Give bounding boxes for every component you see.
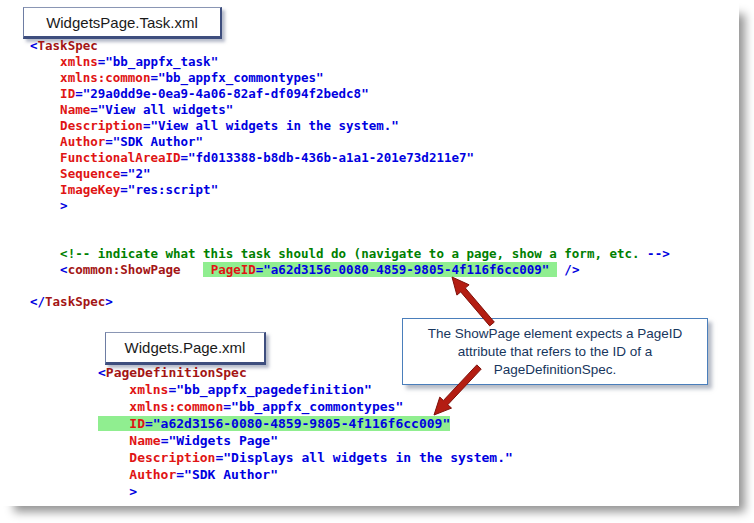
code-token bbox=[98, 433, 129, 448]
code-token: ="res:script" bbox=[120, 182, 218, 197]
code-line: FunctionalAreaID="fd013388-b8db-436b-a1a… bbox=[30, 150, 670, 166]
code-line: Sequence="2" bbox=[30, 166, 670, 182]
code-token bbox=[30, 86, 60, 101]
code-token: ="2" bbox=[120, 166, 150, 181]
code-token bbox=[30, 166, 60, 181]
code-token: common:ShowPage bbox=[68, 262, 181, 277]
code-line: <TaskSpec bbox=[30, 38, 670, 54]
file-label-page-xml: Widgets.Page.xml bbox=[105, 332, 266, 365]
callout-note-line3: PageDefinitionSpec. bbox=[403, 361, 707, 379]
code-token: ID bbox=[60, 86, 75, 101]
code-token bbox=[30, 70, 60, 85]
code-line: <common:ShowPage PageID="a62d3156-0080-4… bbox=[30, 262, 670, 278]
code-token: <!-- indicate what this task should do (… bbox=[30, 246, 647, 261]
code-token bbox=[30, 150, 60, 165]
highlighted-code-token bbox=[203, 262, 211, 277]
code-token: FunctionalAreaID bbox=[60, 150, 180, 165]
code-token: ="bb_appfx_task" bbox=[98, 54, 218, 69]
code-line: xmlns:common="bb_appfx_commontypes" bbox=[98, 398, 513, 415]
code-token: ="View all widgets in the system." bbox=[143, 118, 399, 133]
code-token bbox=[181, 262, 204, 277]
code-token: Name bbox=[60, 102, 90, 117]
code-token: < bbox=[98, 365, 106, 380]
code-token: < bbox=[30, 38, 38, 53]
code-token: ="bb_appfx_commontypes" bbox=[150, 70, 323, 85]
callout-note-line2: attribute that refers to the ID of a bbox=[403, 343, 707, 361]
code-line: <!-- indicate what this task should do (… bbox=[30, 246, 670, 262]
code-token: xmlns bbox=[129, 382, 168, 397]
callout-note-line1: The ShowPage element expects a PageID bbox=[403, 325, 707, 343]
code-line: > bbox=[30, 198, 670, 214]
code-token: ="fd013388-b8db-436b-a1a1-201e73d211e7" bbox=[181, 150, 475, 165]
file-label-task-xml: WidgetsPage.Task.xml bbox=[23, 7, 222, 39]
highlighted-code-token: PageID bbox=[211, 262, 256, 277]
code-line: Author="SDK Author" bbox=[30, 134, 670, 150]
code-token: --> bbox=[647, 246, 670, 261]
code-line bbox=[30, 214, 670, 230]
highlighted-code-token bbox=[549, 262, 557, 277]
highlighted-code-token bbox=[98, 416, 129, 431]
code-line: </TaskSpec> bbox=[30, 294, 670, 310]
code-token: TaskSpec bbox=[45, 294, 105, 309]
code-token bbox=[98, 382, 129, 397]
code-token: Description bbox=[129, 450, 215, 465]
highlighted-code-token: ID bbox=[129, 416, 145, 431]
highlighted-code-token: ="a62d3156-0080-4859-9805-4f116f6cc009" bbox=[145, 416, 450, 431]
code-token: ="bb_appfx_commontypes" bbox=[223, 399, 403, 414]
code-token: < bbox=[30, 262, 68, 277]
code-line: ImageKey="res:script" bbox=[30, 182, 670, 198]
code-token: ="Displays all widgets in the system." bbox=[215, 450, 512, 465]
code-line: Name="View all widgets" bbox=[30, 102, 670, 118]
code-token bbox=[98, 467, 129, 482]
code-token: Author bbox=[129, 467, 176, 482]
code-token bbox=[30, 182, 60, 197]
code-token: ="29a0dd9e-0ea9-4a06-82af-df094f2bedc8" bbox=[75, 86, 369, 101]
code-token: > bbox=[98, 484, 137, 499]
code-token: ="Widgets Page" bbox=[161, 433, 278, 448]
code-line: Name="Widgets Page" bbox=[98, 432, 513, 449]
code-line bbox=[30, 278, 670, 294]
highlighted-code-token: ="a62d3156-0080-4859-9805-4f116f6cc009" bbox=[256, 262, 550, 277]
code-token: xmlns:common bbox=[60, 70, 150, 85]
code-token bbox=[98, 450, 129, 465]
code-token: xmlns bbox=[60, 54, 98, 69]
code-token: ="bb_appfx_pagedefinition" bbox=[168, 382, 372, 397]
code-line: Description="View all widgets in the sys… bbox=[30, 118, 670, 134]
file-label-task-xml-text: WidgetsPage.Task.xml bbox=[46, 14, 198, 31]
code-line: > bbox=[98, 483, 513, 500]
code-token bbox=[30, 118, 60, 133]
code-token: Description bbox=[60, 118, 143, 133]
code-token: ="SDK Author" bbox=[105, 134, 203, 149]
code-token: TaskSpec bbox=[38, 38, 98, 53]
code-line bbox=[30, 230, 670, 246]
code-line: xmlns="bb_appfx_task" bbox=[30, 54, 670, 70]
code-token: xmlns:common bbox=[129, 399, 223, 414]
code-token: ="View all widgets" bbox=[90, 102, 233, 117]
code-line: ID="29a0dd9e-0ea9-4a06-82af-df094f2bedc8… bbox=[30, 86, 670, 102]
code-token bbox=[30, 54, 60, 69]
code-token: Author bbox=[60, 134, 105, 149]
callout-note: The ShowPage element expects a PageID at… bbox=[402, 318, 708, 385]
code-line: ID="a62d3156-0080-4859-9805-4f116f6cc009… bbox=[98, 415, 513, 432]
code-token: > bbox=[30, 198, 68, 213]
task-xml-code-block: <TaskSpec xmlns="bb_appfx_task" xmlns:co… bbox=[30, 38, 670, 310]
code-token: ImageKey bbox=[60, 182, 120, 197]
code-line: xmlns:common="bb_appfx_commontypes" bbox=[30, 70, 670, 86]
code-token: Name bbox=[129, 433, 160, 448]
file-label-page-xml-text: Widgets.Page.xml bbox=[125, 339, 246, 356]
code-line: Description="Displays all widgets in the… bbox=[98, 449, 513, 466]
code-token: > bbox=[105, 294, 113, 309]
code-token: /> bbox=[564, 262, 579, 277]
code-token bbox=[30, 102, 60, 117]
code-token bbox=[98, 399, 129, 414]
code-token: </ bbox=[30, 294, 45, 309]
code-token: ="SDK Author" bbox=[176, 467, 278, 482]
code-token: Sequence bbox=[60, 166, 120, 181]
code-token: PageDefinitionSpec bbox=[106, 365, 247, 380]
code-line: Author="SDK Author" bbox=[98, 466, 513, 483]
code-token bbox=[30, 134, 60, 149]
